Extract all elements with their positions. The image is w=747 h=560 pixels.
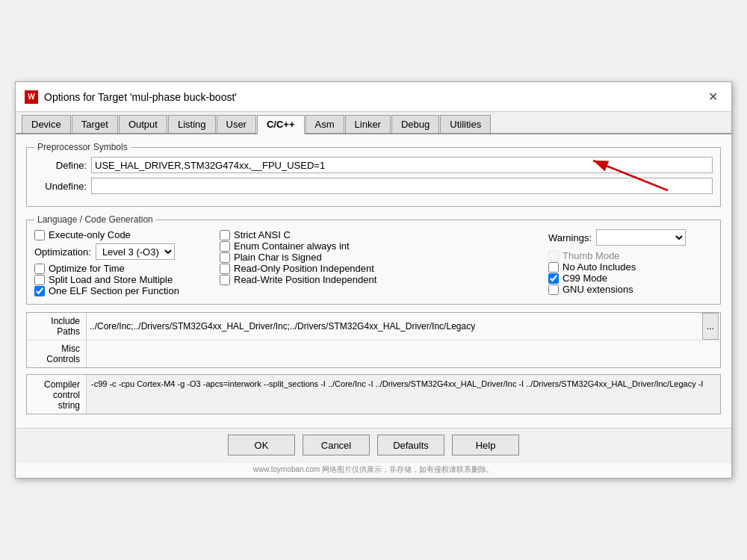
- misc-controls-input[interactable]: [90, 349, 717, 359]
- include-paths-input-cell: [87, 313, 702, 340]
- tab-bar: Device Target Output Listing User C/C++ …: [16, 112, 731, 134]
- tab-user[interactable]: User: [217, 115, 256, 133]
- define-row: Define:: [34, 157, 713, 173]
- button-bar: OK Cancel Defaults Help: [16, 428, 731, 463]
- no-auto-includes-checkbox[interactable]: [548, 262, 559, 273]
- ro-position-checkbox[interactable]: [220, 264, 230, 274]
- gnu-ext-row: GNU extensions: [548, 284, 713, 295]
- include-paths-input[interactable]: [90, 321, 699, 332]
- c99-mode-label[interactable]: C99 Mode: [562, 273, 607, 284]
- optimize-time-row: Optimize for Time: [34, 263, 214, 274]
- misc-controls-input-cell: [87, 340, 720, 367]
- tab-debug[interactable]: Debug: [391, 115, 439, 133]
- split-load-label[interactable]: Split Load and Store Multiple: [49, 274, 173, 285]
- close-button[interactable]: ✕: [704, 88, 722, 105]
- warnings-row: Warnings:: [548, 229, 713, 246]
- ro-position-row: Read-Only Position Independent: [220, 263, 542, 274]
- title-bar: W Options for Target 'mul-phase buck-boo…: [16, 82, 731, 112]
- ro-position-label[interactable]: Read-Only Position Independent: [234, 263, 374, 274]
- dialog-title: Options for Target 'mul-phase buck-boost…: [44, 91, 237, 103]
- tab-listing[interactable]: Listing: [168, 115, 216, 133]
- undefine-input[interactable]: [91, 178, 713, 194]
- tab-linker[interactable]: Linker: [345, 115, 391, 133]
- plain-char-row: Plain Char is Signed: [220, 252, 542, 263]
- tab-target[interactable]: Target: [72, 115, 118, 133]
- c99-mode-row: C99 Mode: [548, 273, 713, 284]
- paths-section: IncludePaths ... MiscControls: [26, 312, 721, 368]
- tab-asm[interactable]: Asm: [306, 115, 344, 133]
- tab-device[interactable]: Device: [22, 115, 71, 133]
- plain-char-checkbox[interactable]: [220, 252, 230, 263]
- defaults-button[interactable]: Defaults: [377, 435, 444, 455]
- no-auto-includes-label[interactable]: No Auto Includes: [562, 261, 636, 273]
- preprocessor-group: Preprocessor Symbols Define: Undefine:: [26, 142, 721, 207]
- cancel-button[interactable]: Cancel: [303, 435, 370, 455]
- tab-utilities[interactable]: Utilities: [440, 115, 491, 133]
- define-input[interactable]: [91, 157, 713, 173]
- no-auto-includes-row: No Auto Includes: [548, 261, 713, 273]
- dialog: W Options for Target 'mul-phase buck-boo…: [15, 81, 732, 479]
- thumb-mode-label[interactable]: Thumb Mode: [562, 250, 620, 261]
- include-paths-browse[interactable]: ...: [702, 313, 719, 340]
- watermark: www.toymoban.com 网络图片仅供展示，非存储，如有侵权请联系删除。: [16, 463, 731, 478]
- misc-controls-label: MiscControls: [27, 340, 87, 367]
- enum-container-label[interactable]: Enum Container always int: [234, 240, 350, 252]
- compiler-label: Compilercontrolstring: [27, 375, 87, 414]
- language-legend: Language / Code Generation: [34, 214, 156, 225]
- optimization-row: Optimization: Level 3 (-O3): [34, 243, 214, 260]
- optimization-label: Optimization:: [34, 246, 91, 258]
- split-load-checkbox[interactable]: [34, 275, 45, 285]
- split-load-row: Split Load and Store Multiple: [34, 274, 214, 285]
- title-bar-left: W Options for Target 'mul-phase buck-boo…: [25, 90, 237, 104]
- strict-ansi-label[interactable]: Strict ANSI C: [234, 229, 291, 240]
- gnu-ext-label[interactable]: GNU extensions: [562, 284, 633, 295]
- undefine-label: Undefine:: [34, 181, 87, 192]
- app-icon: W: [25, 90, 38, 104]
- warnings-label: Warnings:: [548, 232, 592, 243]
- gnu-ext-checkbox[interactable]: [548, 284, 559, 295]
- include-paths-row: IncludePaths ...: [27, 313, 720, 340]
- lang-col1: Execute-only Code Optimization: Level 3 …: [34, 229, 214, 296]
- optimize-time-checkbox[interactable]: [34, 264, 45, 274]
- plain-char-label[interactable]: Plain Char is Signed: [234, 252, 322, 263]
- include-paths-label: IncludePaths: [27, 313, 87, 340]
- undefine-row: Undefine:: [34, 178, 713, 194]
- misc-controls-row: MiscControls: [27, 340, 720, 367]
- rw-position-label[interactable]: Read-Write Position Independent: [234, 274, 376, 285]
- compiler-section: Compilercontrolstring -c99 -c -cpu Corte…: [26, 374, 721, 414]
- one-elf-label[interactable]: One ELF Section per Function: [49, 285, 179, 296]
- warnings-select[interactable]: [596, 229, 686, 246]
- execute-only-label[interactable]: Execute-only Code: [49, 229, 131, 240]
- thumb-mode-checkbox[interactable]: [548, 251, 559, 261]
- execute-only-checkbox[interactable]: [34, 230, 45, 240]
- tab-output[interactable]: Output: [119, 115, 167, 133]
- one-elf-checkbox[interactable]: [34, 286, 45, 296]
- content-area: Preprocessor Symbols Define: Undefine:: [16, 134, 731, 428]
- help-button[interactable]: Help: [452, 435, 519, 455]
- execute-only-row: Execute-only Code: [34, 229, 214, 240]
- preprocessor-legend: Preprocessor Symbols: [34, 142, 131, 152]
- compiler-row: Compilercontrolstring -c99 -c -cpu Corte…: [27, 375, 720, 414]
- c99-mode-checkbox[interactable]: [548, 273, 559, 284]
- optimization-select[interactable]: Level 3 (-O3): [96, 243, 175, 260]
- lang-col3: Warnings: Thumb Mode No Auto Includes: [548, 229, 713, 296]
- ok-button[interactable]: OK: [228, 435, 295, 455]
- enum-container-row: Enum Container always int: [220, 240, 542, 252]
- define-label: Define:: [34, 160, 87, 171]
- compiler-string-value: -c99 -c -cpu Cortex-M4 -g -O3 -apcs=inte…: [87, 375, 720, 414]
- enum-container-checkbox[interactable]: [220, 241, 230, 252]
- optimize-time-label[interactable]: Optimize for Time: [49, 263, 125, 274]
- lang-col2: Strict ANSI C Enum Container always int …: [220, 229, 542, 296]
- rw-position-row: Read-Write Position Independent: [220, 274, 542, 285]
- strict-ansi-row: Strict ANSI C: [220, 229, 542, 240]
- thumb-mode-row: Thumb Mode: [548, 250, 713, 261]
- rw-position-checkbox[interactable]: [220, 275, 230, 285]
- tab-cpp[interactable]: C/C++: [257, 115, 305, 134]
- one-elf-row: One ELF Section per Function: [34, 285, 214, 296]
- strict-ansi-checkbox[interactable]: [220, 230, 230, 240]
- language-group: Language / Code Generation Execute-only …: [26, 214, 721, 305]
